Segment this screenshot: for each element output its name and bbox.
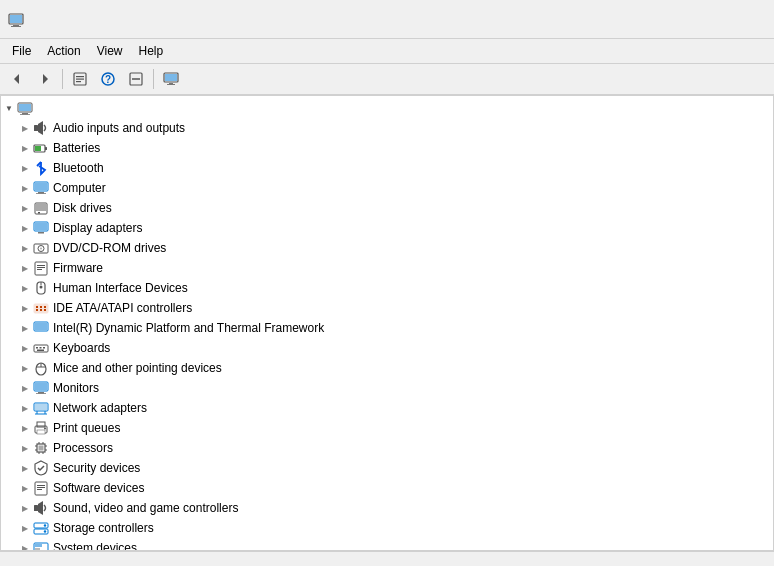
svg-rect-3 <box>10 15 22 23</box>
expand-icon[interactable]: ▶ <box>17 180 33 196</box>
tree-item[interactable]: ▶Security devices <box>1 458 773 478</box>
tree-item[interactable]: ▶Computer <box>1 178 773 198</box>
tree-item[interactable]: ▶Firmware <box>1 258 773 278</box>
toolbar-separator-1 <box>62 69 63 89</box>
svg-rect-48 <box>34 304 48 313</box>
back-button[interactable] <box>4 67 30 91</box>
menu-item-action[interactable]: Action <box>39 41 88 61</box>
menu-bar: FileActionViewHelp <box>0 39 774 64</box>
menu-item-file[interactable]: File <box>4 41 39 61</box>
tree-item[interactable]: ▶Disk drives <box>1 198 773 218</box>
title-bar <box>0 0 774 39</box>
display-icon <box>33 220 49 236</box>
tree-item[interactable]: ▶Storage controllers <box>1 518 773 538</box>
svg-text:?: ? <box>105 74 111 85</box>
expand-icon[interactable]: ▶ <box>17 260 33 276</box>
menu-item-help[interactable]: Help <box>131 41 172 61</box>
forward-button[interactable] <box>32 67 58 91</box>
svg-rect-22 <box>34 125 38 131</box>
ide-icon <box>33 300 49 316</box>
tree-item-label: Firmware <box>53 261 103 275</box>
tree-item[interactable]: ▶Sound, video and game controllers <box>1 498 773 518</box>
tree-item[interactable]: ▶Audio inputs and outputs <box>1 118 773 138</box>
expand-icon[interactable]: ▶ <box>17 380 33 396</box>
properties-button[interactable] <box>67 67 93 91</box>
expand-icon[interactable]: ▶ <box>17 300 33 316</box>
expand-icon[interactable]: ▶ <box>17 520 33 536</box>
expand-icon[interactable]: ▶ <box>17 280 33 296</box>
mice-icon <box>33 360 49 376</box>
svg-rect-49 <box>36 306 38 308</box>
svg-rect-26 <box>45 147 47 150</box>
expand-icon[interactable]: ▶ <box>17 400 33 416</box>
tree-item-label: IDE ATA/ATAPI controllers <box>53 301 192 315</box>
expand-icon[interactable]: ▶ <box>17 420 33 436</box>
svg-rect-29 <box>35 183 47 190</box>
disable-button[interactable] <box>123 67 149 91</box>
tree-item[interactable]: ▶Network adapters <box>1 398 773 418</box>
tree-item[interactable]: ▶Intel(R) Dynamic Platform and Thermal F… <box>1 318 773 338</box>
svg-rect-21 <box>20 114 30 115</box>
tree-item[interactable]: ▶Human Interface Devices <box>1 278 773 298</box>
svg-rect-66 <box>35 383 47 390</box>
svg-rect-42 <box>37 265 45 266</box>
show-computer-button[interactable] <box>158 67 184 91</box>
tree-item-label: Bluetooth <box>53 161 104 175</box>
root-expand-icon[interactable]: ▼ <box>1 100 17 116</box>
tree-item[interactable]: ▶IDE ATA/ATAPI controllers <box>1 298 773 318</box>
audio-icon <box>33 120 49 136</box>
tree-item-label: Storage controllers <box>53 521 154 535</box>
storage-icon <box>33 520 49 536</box>
tree-item[interactable]: ▶Mice and other pointing devices <box>1 358 773 378</box>
title-bar-left <box>8 12 30 28</box>
update-driver-button[interactable]: ? <box>95 67 121 91</box>
svg-rect-15 <box>165 74 177 81</box>
expand-icon[interactable]: ▶ <box>17 500 33 516</box>
tree-item-label: Mice and other pointing devices <box>53 361 222 375</box>
tree-item[interactable]: ▶System devices <box>1 538 773 551</box>
title-bar-controls <box>627 6 766 34</box>
tree-item-label: Processors <box>53 441 113 455</box>
close-button[interactable] <box>721 6 766 34</box>
tree-item-label: Monitors <box>53 381 99 395</box>
svg-rect-37 <box>38 232 44 234</box>
expand-icon[interactable]: ▶ <box>17 220 33 236</box>
expand-icon[interactable]: ▶ <box>17 340 33 356</box>
expand-icon[interactable]: ▶ <box>17 320 33 336</box>
tree-item[interactable]: ▶Batteries <box>1 138 773 158</box>
expand-icon[interactable]: ▶ <box>17 200 33 216</box>
tree-item[interactable]: ▶Display adapters <box>1 218 773 238</box>
tree-item-label: Computer <box>53 181 106 195</box>
tree-item[interactable]: ▶Keyboards <box>1 338 773 358</box>
menu-item-view[interactable]: View <box>89 41 131 61</box>
tree-item[interactable]: ▶Processors <box>1 438 773 458</box>
svg-point-77 <box>44 428 46 430</box>
expand-icon[interactable]: ▶ <box>17 160 33 176</box>
tree-item[interactable]: ▶DVD/CD-ROM drives <box>1 238 773 258</box>
keyboard-icon <box>33 340 49 356</box>
expand-icon[interactable]: ▶ <box>17 140 33 156</box>
tree-item[interactable]: ▶Print queues <box>1 418 773 438</box>
svg-marker-4 <box>14 74 19 84</box>
svg-rect-61 <box>37 350 44 352</box>
expand-icon[interactable]: ▶ <box>17 480 33 496</box>
expand-icon[interactable]: ▶ <box>17 460 33 476</box>
svg-rect-56 <box>35 323 47 330</box>
expand-icon[interactable]: ▶ <box>17 440 33 456</box>
svg-rect-99 <box>35 544 42 547</box>
expand-icon[interactable]: ▶ <box>17 120 33 136</box>
expand-icon[interactable]: ▶ <box>17 240 33 256</box>
tree-item[interactable]: ▶Bluetooth <box>1 158 773 178</box>
svg-rect-43 <box>37 267 45 268</box>
tree-item[interactable]: ▶Software devices <box>1 478 773 498</box>
main-content[interactable]: ▼ ▶Audio inputs and outputs▶Batteries▶Bl… <box>0 95 774 551</box>
tree-root[interactable]: ▼ <box>1 98 773 118</box>
maximize-button[interactable] <box>674 6 719 34</box>
network-icon <box>33 400 49 416</box>
processor-icon <box>33 440 49 456</box>
minimize-button[interactable] <box>627 6 672 34</box>
expand-icon[interactable]: ▶ <box>17 360 33 376</box>
tree-item[interactable]: ▶Monitors <box>1 378 773 398</box>
tree-item-label: Intel(R) Dynamic Platform and Thermal Fr… <box>53 321 324 335</box>
expand-icon[interactable]: ▶ <box>17 540 33 551</box>
